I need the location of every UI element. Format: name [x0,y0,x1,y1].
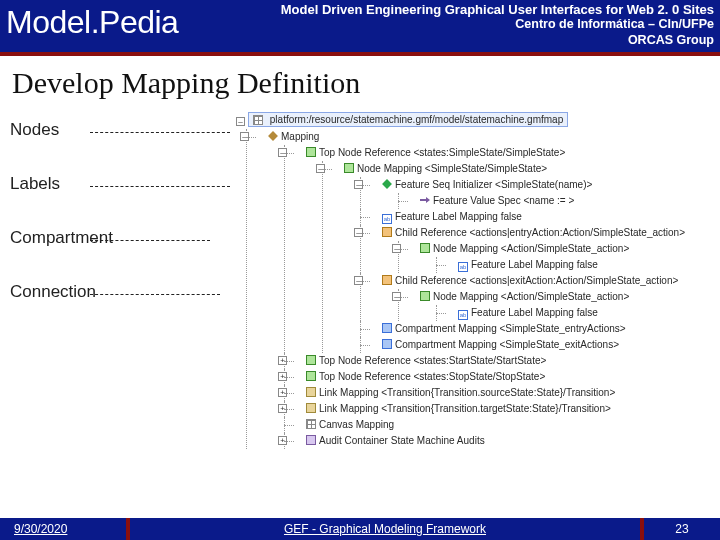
tree-label-mapping[interactable]: abFeature Label Mapping false [430,257,720,273]
tree-root-label: platform:/resource/statemachine.gmf/mode… [270,114,563,125]
tree-childref-exit[interactable]: –Child Reference <actions|exitAction:Act… [354,273,720,321]
tree: –Mapping –Top Node Reference <states:Sim… [240,129,720,449]
brand-logo: Model.Pedia [6,4,178,41]
tree-label: Node Mapping <Action/SimpleState_action> [433,243,629,254]
tree-topnode-start[interactable]: +Top Node Reference <states:StartState/S… [278,353,720,369]
tree-link-target[interactable]: +Link Mapping <Transition{Transition.tar… [278,401,720,417]
tree-childmap-entry[interactable]: –Node Mapping <Action/SimpleState_action… [392,241,720,273]
toggle-icon[interactable]: + [278,356,287,365]
file-icon [253,115,263,125]
tree-label: Node Mapping <Action/SimpleState_action> [433,291,629,302]
toggle-icon[interactable]: – [354,180,363,189]
concept-connection: Connection [10,282,230,302]
ab-icon: ab [458,310,468,320]
tree-label: Top Node Reference <states:SimpleState/S… [319,147,565,158]
diamond-icon [268,131,278,141]
node-icon [420,291,430,301]
tree-label: Canvas Mapping [319,419,394,430]
header-subtitle-2: ORCAS Group [281,33,714,49]
tree-column: – platform:/resource/statemachine.gmf/mo… [230,112,720,502]
tree-label-mapping[interactable]: abFeature Label Mapping false [354,209,720,225]
header-subtitle-1: Centro de Informática – CIn/UFPe [281,17,714,33]
tree-label: Feature Value Spec <name := > [433,195,574,206]
arrow-icon [420,195,430,205]
footer-page-number: 23 [640,518,720,540]
tree-label: Mapping [281,131,319,142]
header-right: Model Driven Engineering Graphical User … [281,2,714,48]
tree-label: Top Node Reference <states:StopState/Sto… [319,371,545,382]
tree-label: Compartment Mapping <SimpleState_exitAct… [395,339,619,350]
toggle-icon[interactable]: – [392,244,401,253]
compartment-icon [382,339,392,349]
node-icon [344,163,354,173]
tree-label: Link Mapping <Transition{Transition.targ… [319,403,611,414]
concept-labels: Labels [10,174,230,194]
tree-childref-entry[interactable]: –Child Reference <actions|entryAction:Ac… [354,225,720,273]
footer-mid: GEF - Graphical Modeling Framework [130,522,640,536]
tree-label: Top Node Reference <states:StartState/St… [319,355,546,366]
tree-label: Link Mapping <Transition{Transition.sour… [319,387,615,398]
toggle-icon[interactable]: + [278,388,287,397]
tree-feature-value[interactable]: Feature Value Spec <name := > [392,193,720,209]
toggle-icon[interactable]: – [354,276,363,285]
tree-label: Audit Container State Machine Audits [319,435,485,446]
node-icon [306,371,316,381]
page-title: Develop Mapping Definition [12,66,720,100]
toggle-icon[interactable]: – [240,132,249,141]
toggle-icon[interactable]: – [354,228,363,237]
tree-nodemapping[interactable]: –Node Mapping <SimpleState/SimpleState> … [316,161,720,353]
node-icon [420,243,430,253]
tree-topnode-simplestate[interactable]: –Top Node Reference <states:SimpleState/… [278,145,720,353]
node-icon [306,355,316,365]
toggle-icon[interactable]: – [392,292,401,301]
toggle-icon[interactable]: + [278,404,287,413]
tree-compartment-entry[interactable]: Compartment Mapping <SimpleState_entryAc… [354,321,720,337]
tree-feature-init[interactable]: –Feature Seq Initializer <SimpleState(na… [354,177,720,209]
ab-icon: ab [458,262,468,272]
slide-footer: 9/30/2020 GEF - Graphical Modeling Frame… [0,518,720,540]
slide-body: Nodes Labels Compartment Connection – pl… [0,112,720,502]
child-icon [382,275,392,285]
link-icon [306,387,316,397]
tree-audit[interactable]: +Audit Container State Machine Audits [278,433,720,449]
header-title: Model Driven Engineering Graphical User … [281,2,714,17]
toggle-icon[interactable]: – [316,164,325,173]
concept-nodes: Nodes [10,120,230,140]
tree-label: Node Mapping <SimpleState/SimpleState> [357,163,547,174]
tree-label: Compartment Mapping <SimpleState_entryAc… [395,323,626,334]
toggle-icon[interactable]: + [278,372,287,381]
diamond-icon [382,179,392,189]
tree-canvas[interactable]: Canvas Mapping [278,417,720,433]
canvas-icon [306,419,316,429]
ab-icon: ab [382,214,392,224]
tree-label: Child Reference <actions|entryAction:Act… [395,227,685,238]
tree-label: Feature Seq Initializer <SimpleState(nam… [395,179,592,190]
concepts-column: Nodes Labels Compartment Connection [0,112,230,502]
tree-label: Feature Label Mapping false [395,211,522,222]
toggle-icon[interactable]: – [278,148,287,157]
node-icon [306,147,316,157]
tree-mapping[interactable]: –Mapping –Top Node Reference <states:Sim… [240,129,720,449]
tree-label-mapping[interactable]: abFeature Label Mapping false [430,305,720,321]
tree-childmap-exit[interactable]: –Node Mapping <Action/SimpleState_action… [392,289,720,321]
audit-icon [306,435,316,445]
tree-label: Feature Label Mapping false [471,307,598,318]
child-icon [382,227,392,237]
tree-label: Child Reference <actions|exitAction:Acti… [395,275,678,286]
tree-link-source[interactable]: +Link Mapping <Transition{Transition.sou… [278,385,720,401]
footer-date: 9/30/2020 [0,518,130,540]
toggle-icon[interactable]: + [278,436,287,445]
tree-root-row[interactable]: platform:/resource/statemachine.gmf/mode… [248,112,568,127]
slide-header: Model.Pedia Model Driven Engineering Gra… [0,0,720,56]
concept-compartment: Compartment [10,228,230,248]
toggle-root[interactable]: – [236,117,245,126]
compartment-icon [382,323,392,333]
tree-compartment-exit[interactable]: Compartment Mapping <SimpleState_exitAct… [354,337,720,353]
link-icon [306,403,316,413]
tree-label: Feature Label Mapping false [471,259,598,270]
tree-topnode-stop[interactable]: +Top Node Reference <states:StopState/St… [278,369,720,385]
